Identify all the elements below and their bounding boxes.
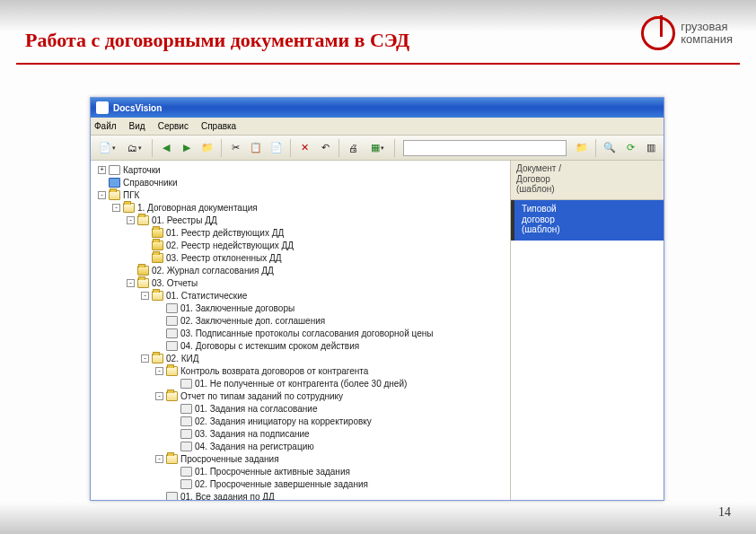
report-icon [166, 328, 178, 338]
tree-node-label: 02. Задания инициатору на корректировку [195, 416, 372, 426]
page-number: 14 [718, 505, 731, 520]
right-panel-selected[interactable]: Типовой договор (шаблон) [511, 200, 664, 241]
tb-copy[interactable]: 📋 [247, 139, 265, 157]
titlebar[interactable]: DocsVision [91, 98, 664, 118]
tb-search[interactable]: 🔍 [601, 139, 619, 157]
no-expander [155, 342, 163, 350]
address-input[interactable] [403, 140, 567, 156]
tree-node[interactable]: 01. Задания на согласование [92, 402, 510, 415]
brand-logo-icon [641, 16, 675, 50]
report-icon [180, 479, 192, 489]
tree-node[interactable]: -Отчет по типам заданий по сотруднику [92, 390, 510, 402]
tree-node[interactable]: -Просроченные задания [92, 452, 510, 465]
tree-node[interactable]: 03. Задания на подписание [92, 427, 510, 440]
tree-node-label: 01. Реестр действующих ДД [166, 228, 284, 238]
collapse-icon[interactable]: - [98, 191, 106, 199]
tree-node[interactable]: 01. Все задания по ДД [92, 490, 510, 500]
right-panel-header[interactable]: Документ / Договор (шаблон) [511, 161, 664, 200]
rp-h1: Документ / [516, 163, 658, 174]
tb-view[interactable]: ▥ [642, 139, 660, 157]
no-expander [98, 179, 106, 187]
tree-node[interactable]: 01. Реестр действующих ДД [92, 226, 510, 239]
collapse-icon[interactable]: - [155, 455, 163, 463]
tree-node[interactable]: Справочники [92, 176, 510, 188]
tree-node[interactable]: 04. Задания на регистрацию [92, 440, 510, 452]
tb-print[interactable]: 🖨 [344, 139, 362, 157]
tree-node-label: 03. Подписанные протоколы согласования д… [180, 328, 433, 338]
collapse-icon[interactable]: - [112, 204, 120, 212]
tree-node[interactable]: 02. Реестр недействующих ДД [92, 239, 510, 251]
tree-node[interactable]: 01. Заключенные договоры [92, 302, 510, 314]
app-title: DocsVision [113, 103, 162, 113]
tree-node[interactable]: 01. Просроченные активные задания [92, 465, 510, 477]
slide-title: Работа с договорными документами в СЭД [25, 29, 409, 52]
menu-file[interactable]: Файл [94, 121, 117, 131]
tree-node[interactable]: 02. Заключенные доп. соглашения [92, 314, 510, 327]
cards-icon [109, 165, 120, 175]
report-icon [180, 416, 192, 426]
folder-tree[interactable]: +КарточкиСправочники-ПГК-1. Договорная д… [91, 161, 511, 500]
menu-help[interactable]: Справка [201, 121, 236, 131]
tb-cut[interactable]: ✂ [226, 139, 244, 157]
tree-node[interactable]: 01. Не полученные от контрагента (более … [92, 377, 510, 390]
tb-undo[interactable]: ↶ [316, 139, 334, 157]
report-icon [180, 429, 192, 439]
tree-node-label: 01. Заключенные договоры [180, 303, 294, 313]
tb-refresh[interactable]: ⟳ [621, 139, 639, 157]
collapse-icon[interactable]: - [141, 355, 149, 363]
collapse-icon[interactable]: - [155, 367, 163, 375]
no-expander [141, 229, 149, 237]
tb-up[interactable]: 📁 [198, 139, 216, 157]
tree-node[interactable]: -1. Договорная документация [92, 201, 510, 214]
tree-node[interactable]: -ПГК [92, 188, 510, 201]
collapse-icon[interactable]: - [141, 292, 149, 300]
no-expander [155, 317, 163, 325]
tree-node-label: 03. Отчеты [152, 278, 198, 288]
brand-logo: грузовая компания [641, 16, 733, 50]
tree-node[interactable]: 02. Журнал согласования ДД [92, 264, 510, 276]
tree-node[interactable]: -Контроль возврата договоров от контраге… [92, 364, 510, 377]
menu-service[interactable]: Сервис [158, 121, 189, 131]
tb-find-folder[interactable]: 📁 [573, 139, 591, 157]
tree-node[interactable]: -01. Реестры ДД [92, 214, 510, 226]
report-icon [166, 492, 178, 501]
sep [338, 139, 339, 157]
tree-node-label: 01. Просроченные активные задания [195, 467, 350, 477]
collapse-icon[interactable]: - [127, 279, 135, 287]
tb-excel[interactable]: ▦▾ [365, 139, 390, 157]
tree-node-label: 01. Не полученные от контрагента (более … [195, 379, 407, 389]
sep [221, 139, 222, 157]
tb-del[interactable]: ✕ [295, 139, 313, 157]
no-expander [141, 241, 149, 249]
no-expander [170, 417, 178, 425]
expand-icon[interactable]: + [98, 166, 106, 174]
tb-card[interactable]: 🗂▾ [122, 139, 147, 157]
tree-node[interactable]: -02. КИД [92, 352, 510, 364]
no-expander [155, 329, 163, 337]
tree-node[interactable]: 02. Просроченные завершенные задания [92, 477, 510, 490]
report-icon [180, 404, 192, 414]
folder-open-icon [152, 354, 163, 363]
brand-line1: грузовая [681, 21, 733, 33]
tree-node-label: 02. Заключенные доп. соглашения [180, 316, 325, 326]
sep [152, 139, 153, 157]
tree-node[interactable]: -01. Статистические [92, 289, 510, 302]
tree-node-label: 01. Все задания по ДД [180, 492, 275, 501]
rp-s3: (шаблон) [522, 224, 658, 235]
tree-node[interactable]: 04. Договоры с истекшим сроком действия [92, 339, 510, 352]
collapse-icon[interactable]: - [127, 216, 135, 224]
collapse-icon[interactable]: - [155, 392, 163, 400]
tree-node[interactable]: +Карточки [92, 163, 510, 176]
report-icon [166, 303, 178, 313]
tree-node[interactable]: 03. Реестр отклоненных ДД [92, 251, 510, 264]
tree-node-label: ПГК [123, 190, 139, 200]
tree-node[interactable]: 02. Задания инициатору на корректировку [92, 415, 510, 427]
tb-fwd[interactable]: ▶ [178, 139, 196, 157]
tree-node[interactable]: -03. Отчеты [92, 276, 510, 289]
menu-view[interactable]: Вид [129, 121, 145, 131]
tb-paste[interactable]: 📄 [268, 139, 286, 157]
tree-node[interactable]: 03. Подписанные протоколы согласования д… [92, 327, 510, 339]
tb-back[interactable]: ◀ [157, 139, 175, 157]
folder-open-icon [166, 391, 178, 401]
tb-new[interactable]: 📄▾ [94, 139, 119, 157]
